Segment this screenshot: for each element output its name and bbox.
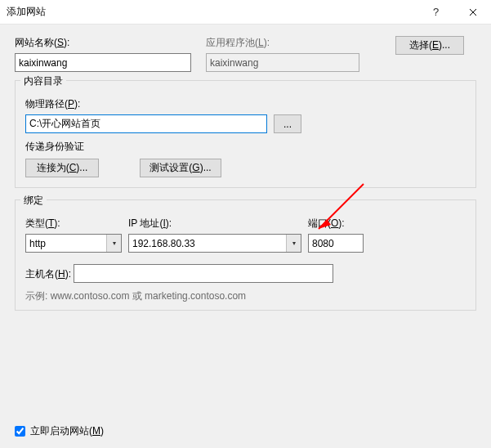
site-name-input[interactable] bbox=[15, 53, 191, 72]
physical-path-input[interactable] bbox=[25, 114, 267, 133]
app-pool-label: 应用程序池(L): bbox=[206, 36, 359, 50]
select-pool-button[interactable]: 选择(E)... bbox=[395, 36, 464, 55]
dialog-content: 网站名称(S): 应用程序池(L): 选择(E)... 内容目录 物理路径(P)… bbox=[0, 25, 491, 319]
content-directory-legend: 内容目录 bbox=[20, 74, 66, 88]
close-icon bbox=[469, 8, 477, 16]
close-button[interactable] bbox=[454, 0, 491, 25]
connect-as-button[interactable]: 连接为(C)... bbox=[25, 159, 99, 177]
binding-group: 绑定 类型(T): http ▾ IP 地址(I): 192.168.80.33… bbox=[15, 199, 476, 311]
app-pool-input bbox=[206, 53, 359, 72]
type-select[interactable]: http ▾ bbox=[25, 234, 122, 253]
chevron-down-icon: ▾ bbox=[286, 235, 301, 252]
titlebar: 添加网站 ? bbox=[0, 0, 491, 25]
start-immediately-checkbox[interactable] bbox=[15, 426, 25, 437]
browse-button[interactable]: ... bbox=[274, 114, 301, 133]
chevron-down-icon: ▾ bbox=[106, 235, 121, 252]
content-directory-group: 内容目录 物理路径(P): ... 传递身份验证 连接为(C)... 测试设置(… bbox=[15, 80, 476, 188]
binding-legend: 绑定 bbox=[20, 194, 47, 208]
port-input[interactable] bbox=[308, 234, 364, 253]
auth-label: 传递身份验证 bbox=[25, 140, 466, 154]
site-name-label: 网站名称(S): bbox=[15, 36, 191, 50]
ip-label: IP 地址(I): bbox=[128, 217, 301, 231]
ip-select[interactable]: 192.168.80.33 ▾ bbox=[128, 234, 301, 253]
window-title: 添加网站 bbox=[7, 5, 417, 19]
footer: 立即启动网站(M) bbox=[15, 424, 104, 438]
help-button[interactable]: ? bbox=[417, 0, 454, 25]
type-label: 类型(T): bbox=[25, 217, 122, 231]
host-label: 主机名(H): bbox=[25, 268, 71, 280]
port-label: 端口(O): bbox=[308, 217, 364, 231]
start-immediately-label: 立即启动网站(M) bbox=[30, 424, 104, 438]
physical-path-label: 物理路径(P): bbox=[25, 98, 80, 110]
type-value: http bbox=[29, 238, 46, 249]
ip-value: 192.168.80.33 bbox=[132, 238, 195, 249]
test-settings-button[interactable]: 测试设置(G)... bbox=[140, 159, 221, 177]
host-input[interactable] bbox=[74, 264, 333, 283]
host-example-text: 示例: www.contoso.com 或 marketing.contoso.… bbox=[25, 289, 466, 303]
